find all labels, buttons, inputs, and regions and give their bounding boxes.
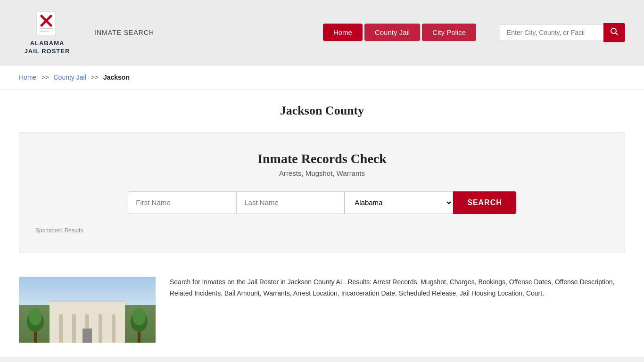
nav-buttons: Home County Jail City Police — [323, 24, 476, 41]
bottom-section: Search for Inmates on the Jail Roster in… — [0, 267, 644, 357]
records-check-subtitle: Arrests, Mugshot, Warrants — [33, 169, 611, 177]
search-icon — [610, 27, 619, 36]
inmate-search-link[interactable]: INMATE SEARCH — [94, 29, 154, 36]
last-name-input[interactable] — [236, 191, 345, 214]
logo-text: ALABAMAJAIL ROSTER — [25, 40, 70, 56]
breadcrumb-sep1: >> — [41, 74, 49, 81]
page-title-area: Jackson County — [0, 90, 644, 127]
state-select[interactable]: Alabama Alaska Arizona Arkansas Californ… — [345, 191, 453, 214]
svg-line-6 — [616, 33, 618, 35]
logo-icon — [33, 9, 61, 38]
tree-left-icon — [24, 305, 47, 343]
first-name-input[interactable] — [128, 191, 236, 214]
breadcrumb-sep2: >> — [91, 74, 99, 81]
logo-area: ALABAMAJAIL ROSTER — [19, 9, 75, 56]
breadcrumb-current: Jackson — [103, 74, 130, 81]
sponsored-label: Sponsored Results — [35, 227, 611, 234]
building — [50, 300, 125, 343]
facility-image — [19, 277, 156, 343]
header: ALABAMAJAIL ROSTER INMATE SEARCH Home Co… — [0, 0, 644, 66]
breadcrumb-home[interactable]: Home — [19, 74, 36, 81]
inmate-search-submit-button[interactable]: SEARCH — [453, 191, 516, 214]
content: Home >> County Jail >> Jackson Jackson C… — [0, 66, 644, 357]
inmate-search-form: Alabama Alaska Arizona Arkansas Californ… — [33, 191, 611, 214]
breadcrumb-county-jail[interactable]: County Jail — [54, 74, 86, 81]
page-title: Jackson County — [9, 104, 635, 118]
nav-city-police-button[interactable]: City Police — [422, 24, 476, 41]
breadcrumb-bar: Home >> County Jail >> Jackson — [0, 66, 644, 90]
records-check-title: Inmate Records Check — [33, 151, 611, 166]
svg-point-12 — [132, 308, 146, 325]
nav-home-button[interactable]: Home — [323, 24, 363, 41]
svg-point-9 — [29, 308, 42, 325]
records-check-box: Inmate Records Check Arrests, Mugshot, W… — [19, 132, 625, 253]
breadcrumb: Home >> County Jail >> Jackson — [19, 74, 130, 81]
svg-rect-0 — [37, 11, 56, 36]
tree-right-icon — [127, 305, 151, 343]
description-text: Search for Inmates on the Jail Roster in… — [170, 277, 625, 343]
header-search-area — [500, 23, 625, 42]
header-search-input[interactable] — [500, 24, 603, 41]
header-search-button[interactable] — [603, 23, 625, 42]
nav-county-jail-button[interactable]: County Jail — [364, 24, 420, 41]
